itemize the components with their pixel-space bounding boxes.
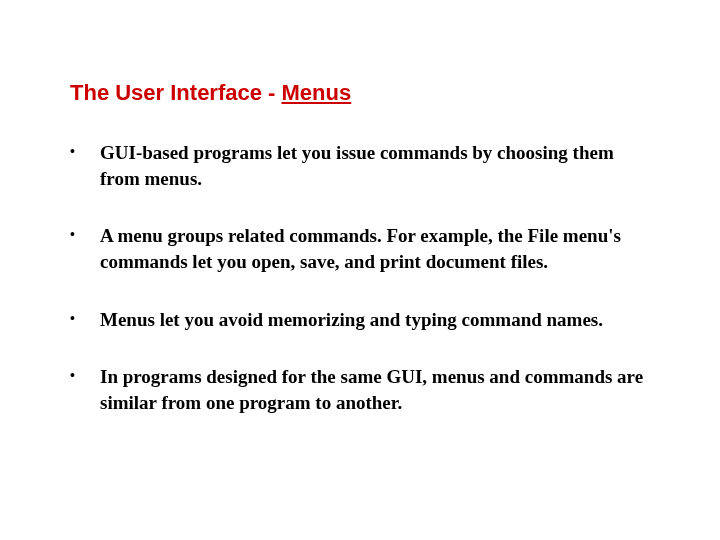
slide-title: The User Interface - Menus — [70, 80, 650, 106]
bullet-icon: • — [70, 364, 100, 386]
bullet-text: In programs designed for the same GUI, m… — [100, 364, 650, 415]
list-item: • GUI-based programs let you issue comma… — [70, 140, 650, 191]
bullet-text: GUI-based programs let you issue command… — [100, 140, 650, 191]
bullet-text: Menus let you avoid memorizing and typin… — [100, 307, 650, 333]
bullet-icon: • — [70, 307, 100, 329]
list-item: • In programs designed for the same GUI,… — [70, 364, 650, 415]
bullet-text: A menu groups related commands. For exam… — [100, 223, 650, 274]
list-item: • A menu groups related commands. For ex… — [70, 223, 650, 274]
bullet-icon: • — [70, 223, 100, 245]
title-plain-part: The User Interface - — [70, 80, 282, 105]
title-underlined-part: Menus — [282, 80, 352, 105]
bullet-icon: • — [70, 140, 100, 162]
bullet-list: • GUI-based programs let you issue comma… — [70, 140, 650, 415]
list-item: • Menus let you avoid memorizing and typ… — [70, 307, 650, 333]
